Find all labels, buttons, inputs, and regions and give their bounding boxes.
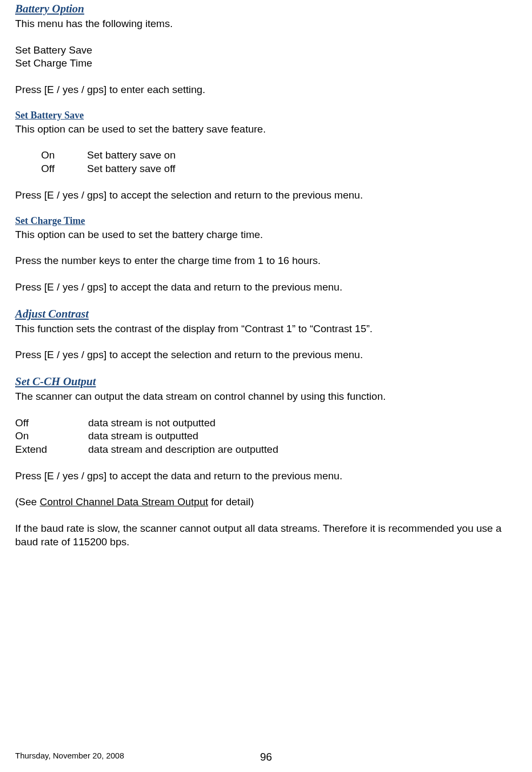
body-text: This option can be used to set the batte… [15, 228, 517, 242]
body-text: Press the number keys to enter the charg… [15, 254, 517, 268]
option-row: On Set battery save on [15, 149, 517, 162]
option-desc: data stream is not outputted [88, 417, 216, 430]
option-row: On data stream is outputted [15, 430, 517, 443]
see-prefix: (See [15, 496, 39, 507]
body-text: This function sets the contrast of the d… [15, 322, 517, 336]
see-suffix: for detail) [208, 496, 254, 507]
option-label: On [15, 430, 88, 443]
option-row: Off Set battery save off [15, 162, 517, 176]
option-label: Extend [15, 443, 88, 457]
option-label: Off [41, 162, 87, 176]
body-text: Press [E / yes / gps] to accept the sele… [15, 189, 517, 202]
footer-page-number: 96 [260, 751, 272, 763]
body-text: Set Charge Time [15, 57, 517, 70]
heading-battery-option: Battery Option [15, 2, 517, 16]
heading-adjust-contrast: Adjust Contrast [15, 307, 517, 321]
body-text: (See Control Channel Data Stream Output … [15, 496, 517, 509]
option-desc: data stream is outputted [88, 430, 198, 443]
option-desc: Set battery save off [87, 162, 175, 176]
body-text: This option can be used to set the batte… [15, 123, 517, 136]
body-text: Press [E / yes / gps] to enter each sett… [15, 83, 517, 97]
body-text: This menu has the following items. [15, 17, 517, 31]
option-row: Off data stream is not outputted [15, 417, 517, 430]
heading-set-charge-time: Set Charge Time [15, 215, 517, 227]
option-desc: Set battery save on [87, 149, 176, 162]
body-text: Press [E / yes / gps] to accept the sele… [15, 348, 517, 362]
body-text: The scanner can output the data stream o… [15, 390, 517, 404]
option-label: Off [15, 417, 88, 430]
option-row: Extend data stream and description are o… [15, 443, 517, 457]
body-text: If the baud rate is slow, the scanner ca… [15, 522, 517, 549]
option-label: On [41, 149, 87, 162]
see-link[interactable]: Control Channel Data Stream Output [39, 496, 208, 507]
body-text: Set Battery Save [15, 44, 517, 57]
body-text: Press [E / yes / gps] to accept the data… [15, 281, 517, 294]
footer: Thursday, November 20, 2008 96 [15, 751, 517, 760]
footer-date: Thursday, November 20, 2008 [15, 751, 124, 760]
heading-set-battery-save: Set Battery Save [15, 110, 517, 121]
heading-set-cch-output: Set C-CH Output [15, 375, 517, 388]
option-desc: data stream and description are outputte… [88, 443, 278, 457]
body-text: Press [E / yes / gps] to accept the data… [15, 470, 517, 483]
